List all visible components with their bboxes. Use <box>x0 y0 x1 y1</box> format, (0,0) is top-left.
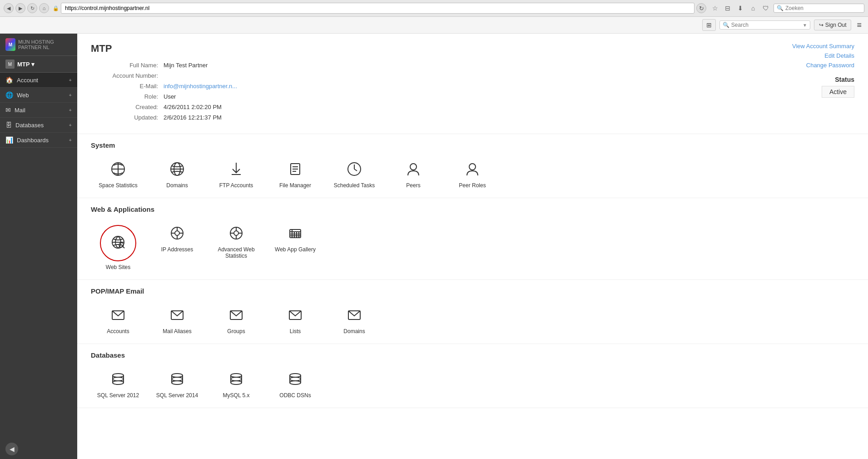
web-applications-item-advanced-web-statistics[interactable]: Advanced Web Statistics <box>209 220 263 275</box>
web-applications-item-web-app-gallery[interactable]: Web App Gallery <box>268 220 322 275</box>
search-container: 🔍 ▼ <box>719 20 810 30</box>
accounts-mail-icon <box>110 307 126 325</box>
sidebar-logo-text: MIJN HOSTING PARTNER NL <box>18 39 72 50</box>
databases-icon: 🗄 <box>5 121 12 129</box>
databases-section-title: Databases <box>91 351 854 359</box>
bookmark-icon[interactable]: ⊟ <box>723 3 733 13</box>
svg-point-16 <box>469 164 476 170</box>
sign-out-button[interactable]: ↪ Sign Out <box>814 20 852 30</box>
web-expand-icon: + <box>69 92 72 98</box>
bookmark-star-icon[interactable]: ☆ <box>710 3 720 13</box>
web-sites-label: Web Sites <box>106 264 130 270</box>
sql-server-2012-label: SQL Server 2012 <box>97 392 139 399</box>
sidebar-item-label-databases: Databases <box>15 122 44 129</box>
mail-domains-icon <box>346 307 362 325</box>
web-app-gallery-icon <box>287 225 303 244</box>
account-row-role: Role: User <box>91 93 237 100</box>
ftp-accounts-icon <box>228 161 244 180</box>
sidebar-item-web[interactable]: 🌐 Web + <box>0 88 77 103</box>
address-bar[interactable] <box>61 3 694 14</box>
pop-imap-item-mail-aliases[interactable]: Mail Aliases <box>150 302 204 339</box>
account-section: MTP Full Name: Mijn Test Partner Account… <box>77 34 868 134</box>
databases-item-odbc[interactable]: ODBC DSNs <box>268 366 322 403</box>
mail-icon: ✉ <box>5 106 11 114</box>
web-applications-item-ip-addresses[interactable]: IP Addresses <box>150 220 204 275</box>
pop-imap-item-lists[interactable]: Lists <box>268 302 322 339</box>
svg-point-54 <box>172 377 183 381</box>
status-section: Status Active <box>792 76 854 98</box>
home-icon[interactable]: ⌂ <box>748 3 758 13</box>
web-app-gallery-label: Web App Gallery <box>275 246 316 253</box>
search-input[interactable] <box>731 22 803 28</box>
menu-button[interactable]: ≡ <box>855 20 863 30</box>
change-password-link[interactable]: Change Password <box>792 62 854 69</box>
home-nav-button[interactable]: ⌂ <box>39 3 49 13</box>
databases-item-sql-2014[interactable]: SQL Server 2014 <box>150 366 204 403</box>
system-item-space-statistics[interactable]: Space Statistics <box>91 156 145 193</box>
system-item-file-manager[interactable]: File Manager <box>268 156 322 193</box>
svg-line-14 <box>354 169 357 171</box>
download-icon[interactable]: ⬇ <box>735 3 745 13</box>
system-section: System Space Statistics <box>77 134 868 198</box>
peers-icon <box>405 161 422 180</box>
svg-point-59 <box>231 377 242 381</box>
role-label: Role: <box>91 93 164 100</box>
fullname-label: Full Name: <box>91 62 164 69</box>
email-label: E-Mail: <box>91 83 164 90</box>
back-button[interactable]: ◀ <box>4 3 14 13</box>
databases-item-mysql[interactable]: MySQL 5.x <box>209 366 263 403</box>
reload-button[interactable]: ↻ <box>696 3 706 13</box>
sidebar-user-menu[interactable]: M MTP ▾ <box>0 56 77 73</box>
databases-item-sql-2012[interactable]: SQL Server 2012 <box>91 366 145 403</box>
space-statistics-icon <box>110 161 126 180</box>
system-item-scheduled-tasks[interactable]: Scheduled Tasks <box>327 156 382 193</box>
shield-icon[interactable]: 🛡 <box>761 3 771 13</box>
created-value: 4/26/2011 2:02:20 PM <box>164 104 222 110</box>
sidebar-collapse-button[interactable]: ◀ <box>5 443 18 455</box>
view-account-summary-link[interactable]: View Account Summary <box>792 43 854 50</box>
system-item-domains[interactable]: Domains <box>150 156 204 193</box>
sidebar-item-mail[interactable]: ✉ Mail + <box>0 103 77 118</box>
account-expand-icon: + <box>69 77 72 83</box>
web-applications-item-web-sites[interactable]: Web Sites <box>91 220 145 275</box>
svg-point-49 <box>113 377 124 381</box>
sidebar-item-account[interactable]: 🏠 Account + <box>0 73 77 88</box>
svg-point-60 <box>231 381 242 384</box>
system-item-peers[interactable]: Peers <box>386 156 441 193</box>
pop-imap-section-title: POP/IMAP Email <box>91 287 854 295</box>
refresh-button[interactable]: ↻ <box>27 3 37 13</box>
account-row-email: E-Mail: info@mijnhostingpartner.n... <box>91 83 237 90</box>
forward-button[interactable]: ▶ <box>15 3 25 13</box>
peers-label: Peers <box>406 182 420 189</box>
groups-label: Groups <box>227 328 245 334</box>
web-applications-section: Web & Applications <box>77 198 868 280</box>
sidebar-bottom: ◀ <box>0 439 77 459</box>
system-item-peer-roles[interactable]: Peer Roles <box>445 156 500 193</box>
databases-section: Databases SQL Server 2012 <box>77 344 868 408</box>
databases-expand-icon: + <box>69 122 72 128</box>
system-item-ftp-accounts[interactable]: FTP Accounts <box>209 156 263 193</box>
web-applications-section-title: Web & Applications <box>91 205 854 213</box>
search-dropdown-arrow[interactable]: ▼ <box>803 23 807 28</box>
sidebar-item-databases[interactable]: 🗄 Databases + <box>0 118 77 133</box>
pop-imap-item-groups[interactable]: Groups <box>209 302 263 339</box>
accountnumber-label: Account Number: <box>91 72 164 79</box>
advanced-web-statistics-icon <box>228 225 244 244</box>
browser-search-input[interactable] <box>785 5 861 11</box>
pop-imap-item-domains[interactable]: Domains <box>327 302 382 339</box>
svg-point-55 <box>172 381 183 384</box>
file-manager-label: File Manager <box>279 182 311 189</box>
dashboards-expand-icon: + <box>69 137 72 143</box>
svg-point-65 <box>290 381 301 384</box>
sidebar-item-dashboards[interactable]: 📊 Dashboards + <box>0 133 77 148</box>
email-link[interactable]: info@mijnhostingpartner.n... <box>164 83 237 90</box>
sign-out-label: Sign Out <box>825 22 847 28</box>
web-sites-icon <box>111 235 125 252</box>
edit-details-link[interactable]: Edit Details <box>792 52 854 59</box>
status-value: Active <box>822 86 854 98</box>
websites-highlight-circle <box>100 225 136 261</box>
toolbar: ⊞ 🔍 ▼ ↪ Sign Out ≡ <box>0 17 868 34</box>
collapse-button[interactable]: ⊞ <box>702 19 716 31</box>
fullname-value: Mijn Test Partner <box>164 62 208 69</box>
pop-imap-item-accounts[interactable]: Accounts <box>91 302 145 339</box>
